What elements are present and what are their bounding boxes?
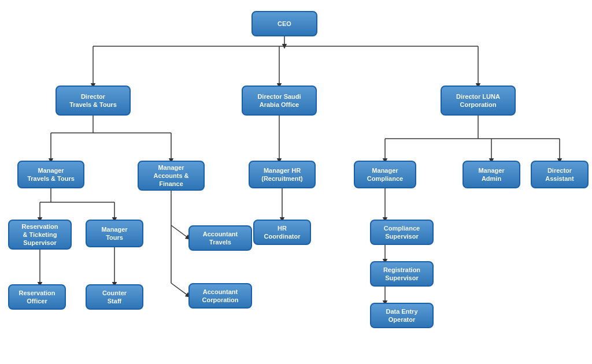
node-mgr-comp: ManagerCompliance — [354, 161, 416, 188]
svg-line-21 — [171, 283, 188, 296]
svg-line-20 — [171, 225, 188, 238]
node-ceo: CEO — [251, 11, 317, 36]
node-mgr-tt: ManagerTravels & Tours — [17, 161, 84, 188]
node-dir-asst: DirectorAssistant — [531, 161, 589, 188]
node-dir-tt: DirectorTravels & Tours — [56, 86, 131, 116]
node-mgr-tours: ManagerTours — [86, 220, 143, 247]
node-hr-coord: HRCoordinator — [253, 220, 311, 245]
node-data-entry: Data EntryOperator — [370, 303, 434, 328]
node-dir-sa: Director SaudiArabia Office — [242, 86, 317, 116]
node-reg-sup: RegistrationSupervisor — [370, 261, 434, 287]
node-acc-travels: AccountantTravels — [188, 225, 252, 251]
node-mgr-hr: Manager HR(Recruitment) — [249, 161, 316, 188]
node-counter-staff: CounterStaff — [86, 284, 143, 310]
node-acc-corp: AccountantCorporation — [188, 283, 252, 309]
node-mgr-admin: ManagerAdmin — [462, 161, 520, 188]
node-res-officer: ReservationOfficer — [8, 284, 66, 310]
node-dir-luna: Director LUNACorporation — [441, 86, 516, 116]
org-chart: CEO DirectorTravels & Tours Director Sau… — [0, 0, 592, 364]
node-mgr-af: ManagerAccounts &Finance — [138, 161, 205, 191]
node-comp-sup: ComplianceSupervisor — [370, 220, 434, 245]
node-res-tick: Reservation& TicketingSupervisor — [8, 220, 72, 250]
